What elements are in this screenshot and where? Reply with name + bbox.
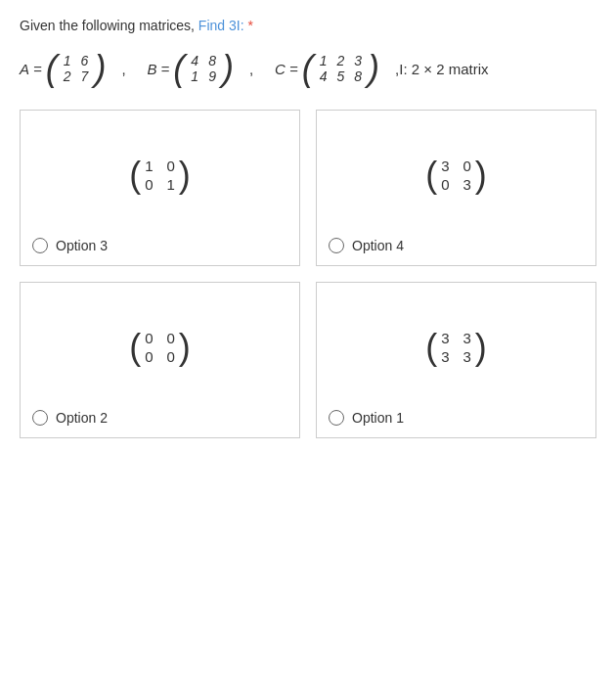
matrix-B: B = ( 48 19 ): [148, 51, 234, 86]
option3-radio[interactable]: [32, 238, 48, 253]
option3-matrix-area: ( 10 01 ): [32, 122, 287, 228]
C-label: C: [275, 61, 286, 77]
question-required: *: [247, 18, 252, 33]
A-label: A: [20, 61, 29, 77]
options-grid: ( 10 01 ) Option 3 ( 30 03 ): [20, 110, 596, 438]
option-card-3: ( 10 01 ) Option 3: [20, 110, 300, 266]
question-text: Given the following matrices, Find 3I: *: [20, 18, 596, 33]
B-values: 48 19: [191, 53, 216, 84]
option4-label-row[interactable]: Option 4: [329, 238, 404, 253]
question-prefix: Given the following matrices,: [20, 18, 195, 33]
I-label: ,I: 2 × 2 matrix: [395, 61, 488, 77]
option3-matrix: ( 10 01 ): [129, 156, 191, 195]
option1-label-row[interactable]: Option 1: [329, 410, 404, 426]
option2-label-row[interactable]: Option 2: [32, 410, 108, 426]
option2-radio[interactable]: [32, 410, 48, 426]
option2-matrix: ( 00 00 ): [129, 328, 191, 367]
matrix-header: A= ( 16 27 ) , B = ( 48 19 ) , C = ( 123…: [20, 51, 596, 86]
option-card-2: ( 00 00 ) Option 2: [20, 282, 300, 438]
option4-radio[interactable]: [329, 238, 344, 253]
option3-label-row[interactable]: Option 3: [32, 238, 108, 253]
matrix-A: A= ( 16 27 ): [20, 51, 106, 86]
option4-label: Option 4: [352, 238, 404, 253]
option3-label: Option 3: [56, 238, 108, 253]
option1-radio[interactable]: [329, 410, 344, 426]
C-values: 123 458: [320, 53, 362, 84]
B-label: B: [148, 61, 157, 77]
option-card-4: ( 30 03 ) Option 4: [316, 110, 596, 266]
option1-matrix-area: ( 33 33 ): [329, 294, 584, 400]
option-card-1: ( 33 33 ) Option 1: [316, 282, 596, 438]
A-values: 16 27: [64, 53, 89, 84]
matrix-C: C = ( 123 458 ): [275, 51, 379, 86]
option2-matrix-area: ( 00 00 ): [32, 294, 287, 400]
question-highlight: Find 3I:: [198, 18, 244, 33]
option4-matrix-area: ( 30 03 ): [329, 122, 584, 228]
option1-matrix: ( 33 33 ): [425, 328, 487, 367]
option1-label: Option 1: [352, 410, 404, 426]
option2-label: Option 2: [56, 410, 108, 426]
option4-matrix: ( 30 03 ): [425, 156, 487, 195]
